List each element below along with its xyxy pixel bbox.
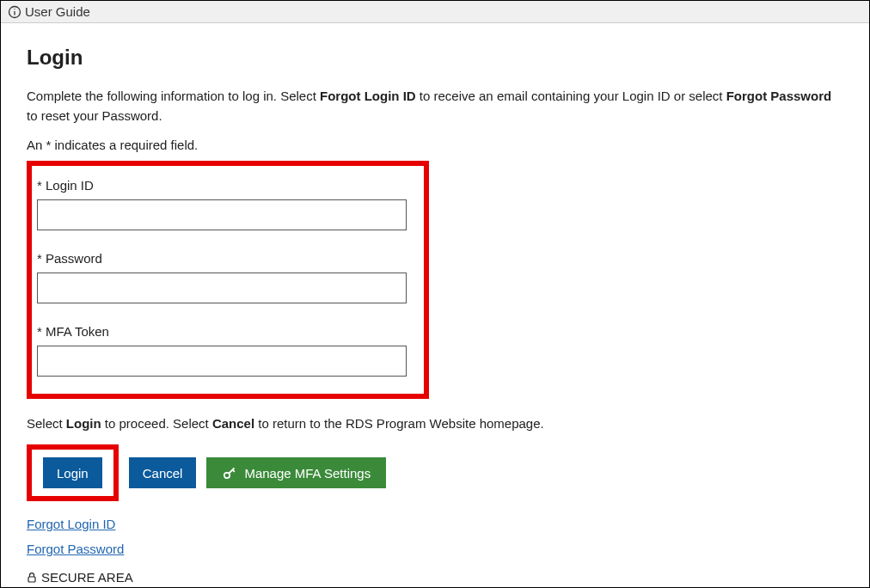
login-id-group: * Login ID <box>37 178 415 230</box>
mfa-token-input[interactable] <box>37 346 407 377</box>
secure-area: SECURE AREA <box>26 570 133 585</box>
instruction-text: Complete the following information to lo… <box>27 87 843 126</box>
forgot-password-link[interactable]: Forgot Password <box>27 542 124 556</box>
login-highlight-box: Login <box>27 444 119 501</box>
svg-point-3 <box>224 473 230 478</box>
login-id-input[interactable] <box>37 199 407 230</box>
form-highlight-box: * Login ID * Password * MFA Token <box>27 161 429 399</box>
svg-rect-6 <box>28 577 35 582</box>
proceed-text: Select Login to proceed. Select Cancel t… <box>27 416 843 431</box>
manage-mfa-label: Manage MFA Settings <box>244 466 371 481</box>
user-guide-link[interactable]: User Guide <box>25 4 90 19</box>
password-group: * Password <box>37 251 415 303</box>
mfa-group: * MFA Token <box>37 324 415 377</box>
svg-line-5 <box>233 470 235 472</box>
cancel-button[interactable]: Cancel <box>129 457 197 488</box>
button-row: Login Cancel Manage MFA Settings <box>27 444 843 501</box>
info-icon <box>8 5 21 19</box>
login-id-label: * Login ID <box>37 178 415 193</box>
key-icon <box>222 465 237 481</box>
manage-mfa-button[interactable]: Manage MFA Settings <box>206 457 386 488</box>
forgot-login-id-link[interactable]: Forgot Login ID <box>27 517 115 531</box>
login-button[interactable]: Login <box>43 457 102 488</box>
secure-area-label: SECURE AREA <box>41 570 133 585</box>
required-note: An * indicates a required field. <box>27 138 843 152</box>
forgot-password-block: Forgot Password <box>27 542 843 556</box>
password-label: * Password <box>37 251 415 266</box>
forgot-login-block: Forgot Login ID <box>27 517 843 531</box>
password-input[interactable] <box>37 273 407 303</box>
header-bar: User Guide <box>1 1 869 23</box>
main-content: Login Complete the following information… <box>1 23 869 575</box>
lock-icon <box>26 572 38 584</box>
page-title: Login <box>27 46 843 70</box>
mfa-label: * MFA Token <box>37 324 415 339</box>
svg-point-2 <box>14 8 15 9</box>
